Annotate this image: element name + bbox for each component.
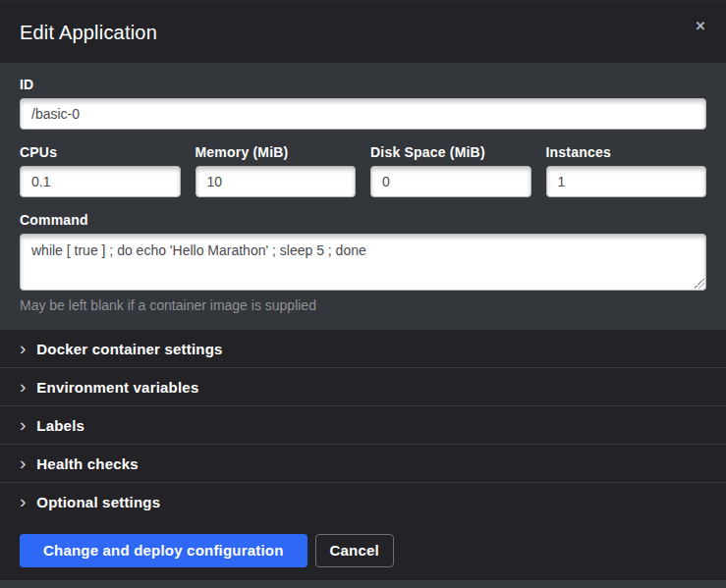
chevron-right-icon: › — [20, 339, 26, 357]
memory-label: Memory (MiB) — [195, 144, 357, 160]
modal-footer: Change and deploy configuration Cancel — [0, 520, 726, 580]
cpus-field-group: CPUs — [20, 144, 181, 197]
id-label: ID — [20, 77, 706, 92]
resize-handle-icon[interactable] — [695, 279, 704, 289]
section-optional-settings[interactable]: › Optional settings — [0, 482, 726, 520]
instances-field-group: Instances — [546, 144, 707, 197]
section-environment-variables[interactable]: › Environment variables — [0, 367, 726, 405]
section-label: Health checks — [36, 455, 138, 472]
resources-row: CPUs Memory (MiB) Disk Space (MiB) Insta… — [20, 144, 706, 197]
cancel-button[interactable]: Cancel — [315, 534, 394, 567]
memory-input[interactable] — [195, 166, 357, 197]
edit-application-modal: Edit Application ✕ ID CPUs Memory (MiB) … — [0, 0, 726, 588]
disk-field-group: Disk Space (MiB) — [370, 144, 531, 197]
section-label: Labels — [36, 417, 84, 434]
memory-field-group: Memory (MiB) — [195, 144, 357, 197]
modal-title: Edit Application — [20, 22, 157, 44]
section-health-checks[interactable]: › Health checks — [0, 444, 726, 482]
cpus-label: CPUs — [20, 144, 181, 160]
section-docker-container-settings[interactable]: › Docker container settings — [0, 330, 726, 367]
command-field-group: Command while [ true ] ; do echo 'Hello … — [20, 212, 706, 313]
id-input[interactable] — [20, 98, 706, 130]
modal-header: Edit Application ✕ — [0, 3, 726, 63]
instances-input[interactable] — [546, 166, 707, 197]
close-icon[interactable]: ✕ — [689, 15, 712, 38]
section-labels[interactable]: › Labels — [0, 405, 726, 444]
section-label: Environment variables — [36, 379, 198, 396]
chevron-right-icon: › — [20, 415, 26, 434]
modal-body: ID CPUs Memory (MiB) Disk Space (MiB) In — [0, 63, 726, 330]
id-field-group: ID — [20, 77, 706, 130]
section-label: Docker container settings — [36, 341, 222, 357]
chevron-right-icon: › — [20, 377, 26, 396]
command-help-text: May be left blank if a container image i… — [20, 297, 706, 313]
section-label: Optional settings — [36, 494, 160, 510]
change-and-deploy-button[interactable]: Change and deploy configuration — [20, 534, 307, 567]
chevron-right-icon: › — [20, 454, 26, 472]
collapsible-sections: › Docker container settings › Environmen… — [0, 330, 726, 520]
command-textarea[interactable]: while [ true ] ; do echo 'Hello Marathon… — [20, 234, 706, 291]
chevron-right-icon: › — [20, 492, 26, 510]
instances-label: Instances — [546, 144, 707, 160]
command-label: Command — [20, 212, 706, 228]
cpus-input[interactable] — [20, 166, 181, 197]
modal: Edit Application ✕ ID CPUs Memory (MiB) … — [0, 3, 726, 580]
command-textarea-wrap: while [ true ] ; do echo 'Hello Marathon… — [20, 234, 706, 291]
page-background-bottom — [0, 580, 726, 588]
disk-input[interactable] — [370, 166, 531, 197]
disk-label: Disk Space (MiB) — [370, 144, 531, 160]
